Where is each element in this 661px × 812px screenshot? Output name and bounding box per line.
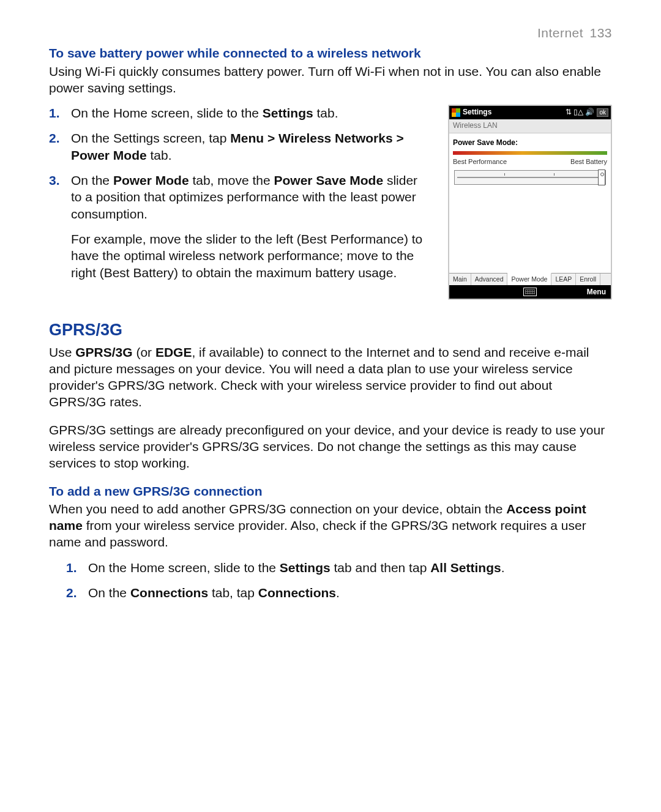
step-text: On the: [88, 586, 130, 600]
step-text: tab.: [313, 106, 338, 120]
gprs-paragraph-2: GPRS/3G settings are already preconfigur…: [49, 422, 612, 472]
page-header: Internet 133: [49, 24, 612, 41]
step-bold: Connections: [258, 586, 336, 600]
power-save-label: Power Save Mode:: [453, 138, 607, 148]
step-text: On the Home screen, slide to the: [71, 106, 263, 120]
page-number: 133: [589, 26, 612, 40]
step-text: On the Home screen, slide to the: [88, 561, 280, 575]
device-screenshot: Settings ⇅ ▯△ 🔊 ok Wireless LAN Power Sa…: [448, 105, 612, 300]
step-bold: Power Mode: [113, 173, 189, 187]
step-text: .: [336, 586, 340, 600]
step-bold: Connections: [130, 586, 208, 600]
subsection-title-battery: To save battery power while connected to…: [49, 45, 612, 61]
power-save-slider: [454, 170, 606, 185]
step-number: 1: [66, 559, 77, 576]
step-number: 2: [49, 130, 60, 146]
step-number: 1: [49, 105, 60, 121]
step-text: .: [501, 561, 505, 575]
steps-list-gprs: 1 On the Home screen, slide to the Setti…: [66, 559, 612, 602]
tab-advanced: Advanced: [471, 274, 508, 286]
step-3: 3 On the Power Mode tab, move the Power …: [49, 172, 430, 281]
step-bold: All Settings: [430, 561, 501, 575]
step-1: 1 On the Home screen, slide to the Setti…: [49, 105, 430, 121]
step-text: tab and then tap: [330, 561, 430, 575]
step-number: 2: [66, 584, 77, 601]
menu-softkey: Menu: [569, 288, 606, 297]
screenshot-subtitle: Wireless LAN: [449, 119, 611, 133]
screenshot-softkeys: Menu: [449, 285, 611, 299]
tab-power-mode: Power Mode: [507, 273, 551, 286]
keyboard-icon: [523, 288, 537, 296]
intro-paragraph: Using Wi-Fi quickly consumes battery pow…: [49, 63, 612, 97]
status-icons: ⇅ ▯△ 🔊: [566, 108, 595, 117]
slider-max-label: Best Battery: [570, 157, 607, 166]
gradient-bar: [453, 151, 607, 155]
ok-button: ok: [597, 108, 608, 117]
step-text: tab, tap: [208, 586, 258, 600]
step-text: tab.: [147, 148, 172, 162]
step-bold: Settings: [263, 106, 313, 120]
tab-enroll: Enroll: [576, 274, 600, 286]
gprs-paragraph-1: Use GPRS/3G (or EDGE, if available) to c…: [49, 344, 612, 411]
step-text: On the: [71, 173, 113, 187]
subsection-title-add-gprs: To add a new GPRS/3G connection: [49, 483, 612, 499]
step-additional-text: For example, move the slider to the left…: [71, 231, 430, 281]
step-text: tab, move the: [189, 173, 274, 187]
step-text: On the Settings screen, tap: [71, 131, 230, 145]
step-bold: Power Save Mode: [274, 173, 384, 187]
steps-list-battery: 1 On the Home screen, slide to the Setti…: [49, 105, 430, 281]
screenshot-tabs: Main Advanced Power Mode LEAP Enroll: [449, 273, 611, 286]
gprs-step-2: 2 On the Connections tab, tap Connection…: [66, 584, 612, 601]
slider-thumb: [598, 169, 605, 185]
step-2: 2 On the Settings screen, tap Menu > Wir…: [49, 130, 430, 163]
section-title-gprs: GPRS/3G: [49, 319, 612, 341]
gprs-step-1: 1 On the Home screen, slide to the Setti…: [66, 559, 612, 576]
screenshot-titlebar: Settings ⇅ ▯△ 🔊 ok: [449, 106, 611, 119]
chapter-name: Internet: [537, 26, 583, 40]
slider-min-label: Best Performance: [453, 157, 507, 166]
windows-flag-icon: [452, 108, 460, 117]
step-number: 3: [49, 172, 60, 188]
tab-main: Main: [449, 274, 471, 286]
screenshot-title: Settings: [463, 108, 491, 117]
add-gprs-intro: When you need to add another GPRS/3G con…: [49, 501, 612, 551]
tab-leap: LEAP: [551, 274, 576, 286]
step-bold: Settings: [280, 561, 330, 575]
